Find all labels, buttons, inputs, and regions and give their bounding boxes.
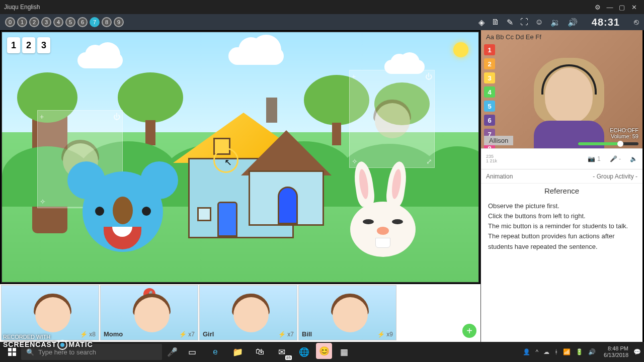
stage-btn-1[interactable]: 1 xyxy=(7,37,20,53)
reference-line: The repeat button provides fun actions a… xyxy=(488,231,635,251)
add-student-button[interactable]: + xyxy=(462,324,476,338)
onedrive-icon[interactable]: ☁ xyxy=(543,348,549,355)
stage-btn-3[interactable]: 3 xyxy=(37,37,50,53)
session-timer: 48:31 xyxy=(592,17,620,28)
diamond-icon[interactable]: ◈ xyxy=(478,18,485,27)
star-icon[interactable]: ✧ xyxy=(40,198,46,206)
app-icon[interactable]: 😊 xyxy=(316,343,332,359)
windows-taskbar: 🔍 Type here to search 🎤 ▭ e 📁 🛍 ✉85 🌐 😊 … xyxy=(0,342,644,362)
student-avatar-placeholder xyxy=(367,96,418,146)
mail-icon[interactable]: ✉85 xyxy=(272,343,292,361)
reference-line: The mic button is a reminder for student… xyxy=(488,221,635,231)
tab-group-activity[interactable]: - Group Activity - xyxy=(593,173,637,180)
reference-body: Observe the picture first. Click the but… xyxy=(481,198,642,255)
battery-icon[interactable]: 🔋 xyxy=(576,348,583,355)
power-icon[interactable]: ⏻ xyxy=(113,113,120,121)
student-score: ⚡ x9 xyxy=(377,331,393,338)
note-icon[interactable]: 🗎 xyxy=(492,18,500,27)
teacher-name-label: Allison xyxy=(484,136,513,145)
step-5[interactable]: 5 xyxy=(65,17,75,27)
teacher-controls: 2351 21k 📷 1 🎤 - 🔈 xyxy=(481,148,642,169)
panel-tabs: Animation - Group Activity - xyxy=(481,169,642,184)
edge-icon[interactable]: e xyxy=(205,343,225,361)
settings-gear-icon[interactable]: ⚙ xyxy=(592,1,604,13)
side-panel: Aa Bb Cc Dd Ee Ff 1 2 3 4 5 6 7 8 Alliso… xyxy=(480,30,642,342)
mic-button[interactable]: 🎤 - xyxy=(610,155,621,162)
reference-line: Click the buttons from left to right. xyxy=(488,211,635,221)
step-9[interactable]: 9 xyxy=(114,17,124,27)
teacher-video[interactable]: Aa Bb Cc Dd Ee Ff 1 2 3 4 5 6 7 8 Alliso… xyxy=(481,30,642,148)
smile-icon[interactable]: ☺ xyxy=(535,18,543,27)
title-bar: Jiuqu English ⚙ — ▢ ✕ xyxy=(0,0,644,14)
volume-slider[interactable] xyxy=(578,142,638,145)
stage-btn-2[interactable]: 2 xyxy=(22,37,35,53)
step-7[interactable]: 7 xyxy=(90,17,100,27)
pen-icon[interactable]: ✎ xyxy=(507,18,513,27)
step-1[interactable]: 1 xyxy=(17,17,27,27)
student-card[interactable]: Bill ⚡ x9 xyxy=(298,285,396,340)
volume-up-icon[interactable]: 🔊 xyxy=(568,18,578,27)
add-icon[interactable]: + xyxy=(40,113,44,121)
power-icon[interactable]: ⏻ xyxy=(425,72,432,80)
wifi-icon[interactable]: 📶 xyxy=(563,348,571,355)
teacher-figure xyxy=(524,55,614,146)
student-score: ⚡ x7 xyxy=(179,331,195,338)
student-card[interactable]: Girl ⚡ x7 xyxy=(199,285,297,340)
toolbar-icons: ◈ 🗎 ✎ ⛶ ☺ 🔉 🔊 48:31 ⎋ xyxy=(478,17,639,28)
step-2[interactable]: 2 xyxy=(29,17,39,27)
student-name: Bill xyxy=(302,330,312,338)
student-name: Momo xyxy=(104,330,123,338)
step-6[interactable]: 6 xyxy=(77,17,88,27)
volume-label: Volume: 59 xyxy=(610,133,638,139)
maximize-button[interactable]: ▢ xyxy=(616,1,628,13)
wall-numbers: 1 2 3 4 5 6 7 8 xyxy=(484,44,495,148)
koala-character xyxy=(67,156,178,267)
student-card[interactable]: ⚡ x8 xyxy=(1,285,99,340)
close-button[interactable]: ✕ xyxy=(628,1,640,13)
bluetooth-icon[interactable]: ᚼ xyxy=(554,348,558,355)
tray-clock[interactable]: 8:48 PM 6/13/2018 xyxy=(604,345,628,358)
step-0[interactable]: 0 xyxy=(5,17,15,27)
expand-icon[interactable]: ⤢ xyxy=(426,157,432,165)
add-icon[interactable]: + xyxy=(352,72,356,80)
bunny-character xyxy=(338,166,428,277)
recorder-watermark-line1: RECORDED WITH xyxy=(3,334,50,340)
speaker-button[interactable]: 🔈 xyxy=(630,155,637,162)
reference-line: Observe the picture first. xyxy=(488,201,635,211)
student-score: ⚡ x8 xyxy=(80,331,96,338)
file-explorer-icon[interactable]: 📁 xyxy=(227,343,248,361)
notifications-icon[interactable]: 💬 xyxy=(633,348,641,355)
wall-alphabet: Aa Bb Cc Dd Ee Ff xyxy=(486,33,541,41)
camera-button[interactable]: 📷 1 xyxy=(588,155,601,162)
system-tray: 👤 ^ ☁ ᚼ 📶 🔋 🔊 8:48 PM 6/13/2018 💬 xyxy=(523,345,641,358)
volume-down-icon[interactable]: 🔉 xyxy=(550,18,560,27)
student-video-slot-2[interactable]: + ⏻ ✧ ⤢ xyxy=(349,70,435,168)
stats-readout: 2351 21k xyxy=(486,154,497,163)
cloud-decoration xyxy=(228,47,284,65)
student-score: ⚡ x7 xyxy=(278,331,294,338)
store-icon[interactable]: 🛍 xyxy=(250,343,270,361)
cortana-icon[interactable]: 🎤 xyxy=(162,343,182,361)
step-3[interactable]: 3 xyxy=(41,17,51,27)
student-card[interactable]: 🎤 Momo ⚡ x7 xyxy=(100,285,198,340)
tray-chevron-icon[interactable]: ^ xyxy=(535,348,538,355)
app-icon-2[interactable]: ▦ xyxy=(334,343,354,361)
app-title: Jiuqu English xyxy=(4,4,40,11)
task-view-icon[interactable]: ▭ xyxy=(182,343,202,361)
recorder-watermark-line2: SCREENCASTMATIC xyxy=(3,340,93,350)
focus-icon[interactable]: ⛶ xyxy=(520,18,528,27)
minimize-button[interactable]: — xyxy=(604,1,616,13)
tab-animation[interactable]: Animation xyxy=(486,173,513,180)
exit-icon[interactable]: ⎋ xyxy=(634,18,639,27)
volume-tray-icon[interactable]: 🔊 xyxy=(588,348,596,355)
step-4[interactable]: 4 xyxy=(53,17,63,27)
echo-status: ECHO:OFF xyxy=(610,127,638,133)
lesson-stage[interactable]: + ⏻ ✧ ⤢ + ⏻ ✧ ⤢ xyxy=(1,31,479,283)
house-2-graphic xyxy=(241,130,332,231)
hint-bulb-button[interactable] xyxy=(453,42,468,57)
chrome-icon[interactable]: 🌐 xyxy=(294,343,314,361)
people-icon[interactable]: 👤 xyxy=(523,348,530,355)
step-8[interactable]: 8 xyxy=(102,17,112,27)
step-navigator: 0 1 2 3 4 5 6 7 8 9 xyxy=(5,17,124,27)
stage-number-buttons: 1 2 3 xyxy=(7,37,50,53)
